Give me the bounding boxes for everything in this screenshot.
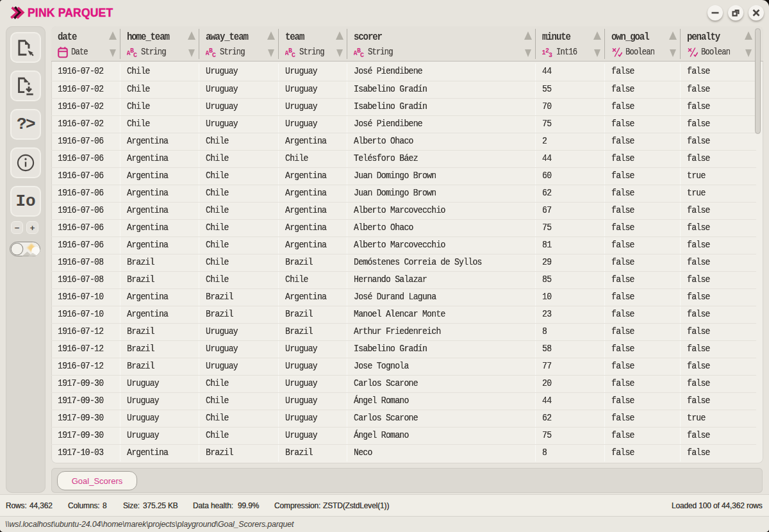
- svg-text:C: C: [212, 52, 216, 58]
- svg-text:C: C: [360, 52, 364, 58]
- svg-text:C: C: [292, 52, 295, 58]
- svg-text:3: 3: [549, 52, 552, 58]
- svg-text:C: C: [133, 52, 137, 58]
